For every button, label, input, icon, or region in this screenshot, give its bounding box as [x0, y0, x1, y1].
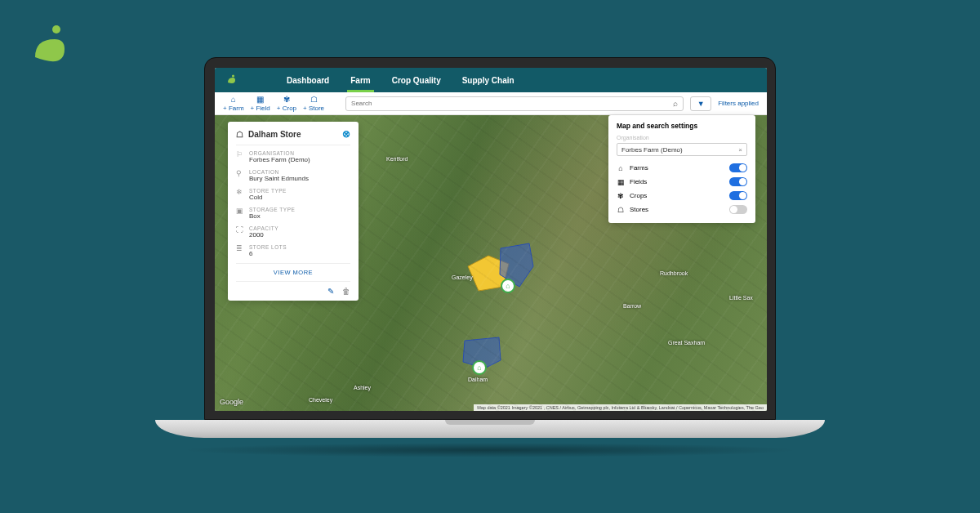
field-value: Forbes Farm (Demo) [249, 156, 310, 163]
app-screen: Dashboard Farm Crop Quality Supply Chain… [215, 68, 767, 411]
add-store-button[interactable]: ☖ + Store [303, 96, 324, 112]
store-icon: ☖ [310, 96, 318, 104]
field-value: Bury Saint Edmunds [249, 175, 309, 182]
farms-toggle[interactable] [729, 163, 747, 172]
storagetype-icon: ▣ [236, 207, 244, 220]
nav-tab-dashboard[interactable]: Dashboard [287, 76, 329, 85]
barn-icon: ⌂ [231, 96, 236, 104]
field-label: LOCATION [249, 169, 309, 175]
brand-leaf-icon [226, 74, 236, 86]
popover-title: Map and search settings [617, 122, 747, 130]
org-field-label: Organisation [617, 135, 747, 141]
filters-applied-link[interactable]: Filters applied [718, 100, 759, 107]
field-label: STORE LOTS [249, 244, 287, 250]
field-polygon[interactable] [460, 336, 505, 372]
view-more-button[interactable]: VIEW MORE [236, 263, 350, 282]
search-input[interactable] [351, 100, 673, 107]
card-title: Dalham Store [248, 130, 301, 139]
toolbar: ⌂ + Farm ▦ + Field ✾ + Crop ☖ + Store [215, 92, 767, 115]
add-farm-button[interactable]: ⌂ + Farm [223, 96, 244, 112]
svg-marker-4 [463, 337, 501, 368]
nav-tab-supply-chain[interactable]: Supply Chain [462, 76, 514, 85]
svg-marker-2 [468, 256, 509, 291]
layer-label: Stores [630, 206, 648, 213]
laptop-shadow [180, 443, 800, 457]
delete-icon[interactable]: 🗑 [342, 287, 350, 296]
field-label: CAPACITY [249, 225, 278, 231]
laptop-mockup: Dashboard Farm Crop Quality Supply Chain… [204, 57, 776, 457]
map-place-label: Ashley [354, 385, 371, 390]
store-info-card: ☖ Dalham Store ⊗ ⚐ORGANISATIONForbes Far… [228, 122, 359, 301]
top-nav: Dashboard Farm Crop Quality Supply Chain [215, 68, 767, 92]
laptop-base [155, 420, 825, 438]
organisation-select[interactable]: Forbes Farm (Demo) × [617, 143, 747, 156]
map-place-label: Barrow [623, 303, 641, 309]
field-label: STORAGE TYPE [249, 207, 295, 212]
lots-icon: ≣ [236, 244, 244, 257]
storetype-icon: ❄ [236, 188, 244, 201]
field-value: 2000 [249, 231, 278, 239]
add-farm-label: + Farm [223, 105, 244, 112]
crops-toggle[interactable] [729, 191, 747, 200]
layer-label: Fields [630, 178, 647, 185]
svg-point-1 [232, 74, 234, 77]
field-value: Cold [249, 194, 287, 201]
org-icon: ⚐ [236, 150, 244, 163]
crop-polygon[interactable] [464, 254, 513, 295]
store-icon: ☖ [617, 206, 625, 214]
map-place-label: Rudhbrook [660, 270, 688, 276]
organisation-value: Forbes Farm (Demo) [621, 146, 683, 154]
farm-marker[interactable]: ⌂ [501, 279, 515, 293]
filter-icon: ▼ [697, 100, 705, 108]
filter-button[interactable]: ▼ [690, 96, 711, 111]
field-label: STORE TYPE [249, 188, 287, 194]
map-place-label: Little Sax [729, 295, 753, 301]
nav-tab-crop-quality[interactable]: Crop Quality [392, 76, 441, 85]
map-provider-badge: Google [220, 398, 243, 406]
barn-icon: ⌂ [617, 164, 625, 172]
map-place-label: Cheveley [309, 397, 332, 403]
map-attribution: Map data ©2021 Imagery ©2021 , CNES / Ai… [474, 404, 767, 411]
clear-icon[interactable]: × [738, 146, 742, 154]
fields-toggle[interactable] [729, 177, 747, 186]
svg-point-0 [52, 25, 60, 33]
layer-label: Farms [630, 164, 648, 172]
field-value: 6 [249, 250, 287, 257]
map-place-label: Great Saxham [668, 340, 705, 346]
add-field-label: + Field [251, 105, 270, 112]
map-place-label: Gazeley [452, 274, 473, 280]
capacity-icon: ⛶ [236, 225, 244, 239]
map-place-label: Dalham [468, 377, 488, 382]
field-icon: ▦ [256, 96, 264, 104]
farm-marker[interactable]: ⌂ [472, 360, 487, 375]
crop-icon: ✾ [617, 192, 625, 200]
add-store-label: + Store [303, 105, 324, 112]
search-icon[interactable]: ⌕ [673, 99, 678, 108]
nav-tab-farm[interactable]: Farm [350, 76, 370, 85]
field-label: ORGANISATION [249, 150, 310, 156]
field-value: Box [249, 212, 295, 220]
brand-leaf-logo [29, 25, 69, 77]
location-icon: ⚲ [236, 169, 244, 182]
store-icon: ☖ [236, 130, 243, 139]
close-icon[interactable]: ⊗ [342, 128, 350, 140]
edit-icon[interactable]: ✎ [327, 287, 334, 296]
map-place-label: Kentford [386, 156, 408, 162]
field-icon: ▦ [617, 178, 625, 186]
add-field-button[interactable]: ▦ + Field [251, 96, 270, 112]
stores-toggle[interactable] [729, 205, 747, 214]
layer-label: Crops [630, 192, 647, 199]
add-crop-button[interactable]: ✾ + Crop [277, 96, 296, 112]
map-settings-popover: Map and search settings Organisation For… [608, 115, 755, 223]
add-crop-label: + Crop [277, 105, 296, 112]
crop-icon: ✾ [283, 96, 290, 104]
field-polygon[interactable] [497, 242, 537, 291]
search-box[interactable]: ⌕ [345, 96, 684, 111]
svg-marker-3 [500, 243, 533, 287]
